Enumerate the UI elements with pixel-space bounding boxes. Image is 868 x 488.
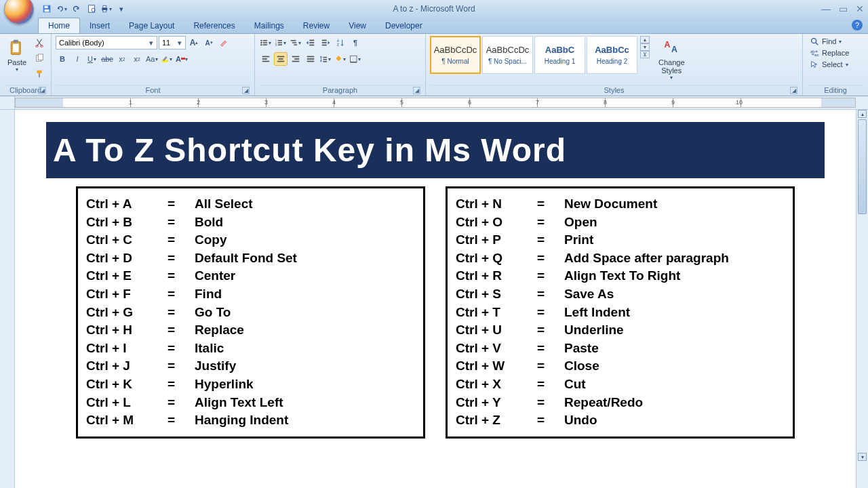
svg-rect-3 <box>89 5 95 13</box>
font-size-combo[interactable]: 11▾ <box>159 36 186 49</box>
gallery-up-icon[interactable]: ▴ <box>640 36 650 43</box>
bullets-icon[interactable]: ▾ <box>259 36 273 49</box>
redo-icon[interactable] <box>71 3 83 15</box>
svg-rect-7 <box>103 10 106 12</box>
underline-icon[interactable]: U▾ <box>85 52 99 66</box>
change-styles-button[interactable]: AA Change Styles ▾ <box>655 36 688 83</box>
tab-view[interactable]: View <box>339 18 376 33</box>
styles-gallery: AaBbCcDc¶ NormalAaBbCcDc¶ No Spaci...AaB… <box>430 36 637 74</box>
styles-launcher[interactable]: ◢ <box>790 87 797 94</box>
minimize-button[interactable]: — <box>821 3 831 14</box>
save-icon[interactable] <box>41 3 53 15</box>
multilevel-list-icon[interactable]: ▾ <box>289 36 302 49</box>
line-spacing-icon[interactable]: ▾ <box>319 52 332 66</box>
font-launcher[interactable]: ◢ <box>242 87 250 94</box>
tab-review[interactable]: Review <box>294 18 339 33</box>
shortcut-row: Ctrl + E=Center <box>86 267 415 285</box>
svg-rect-27 <box>278 42 282 43</box>
shortcut-columns: Ctrl + A=All SelectCtrl + B=BoldCtrl + C… <box>76 186 795 439</box>
format-painter-icon[interactable] <box>33 67 46 81</box>
maximize-button[interactable]: ▭ <box>839 3 848 14</box>
style-heading-2[interactable]: AaBbCcHeading 2 <box>587 36 637 74</box>
shortcut-row: Ctrl + P=Print <box>456 231 785 249</box>
svg-rect-41 <box>262 56 270 58</box>
show-hide-icon[interactable]: ¶ <box>349 36 362 49</box>
replace-button[interactable]: abacReplace <box>807 47 852 58</box>
quick-print-icon[interactable]: ▾ <box>100 3 113 15</box>
shortcut-row: Ctrl + J=Justify <box>86 357 415 375</box>
svg-rect-10 <box>13 44 19 52</box>
bold-icon[interactable]: B <box>56 52 69 66</box>
svg-point-20 <box>260 42 262 43</box>
shortcut-row: Ctrl + I=Italic <box>86 340 415 358</box>
subscript-icon[interactable]: x2 <box>115 52 129 66</box>
highlight-icon[interactable]: ▾ <box>160 52 174 66</box>
tab-insert[interactable]: Insert <box>80 18 119 33</box>
clipboard-launcher[interactable]: ◢ <box>39 87 46 94</box>
copy-icon[interactable] <box>33 52 46 65</box>
scroll-thumb[interactable] <box>858 119 867 214</box>
shrink-font-icon[interactable]: A▾ <box>202 36 216 49</box>
tab-page-layout[interactable]: Page Layout <box>119 18 184 33</box>
find-button[interactable]: Find ▾ <box>807 36 852 47</box>
editing-label: Editing <box>824 86 847 94</box>
strikethrough-icon[interactable]: abc <box>100 52 114 66</box>
align-center-icon[interactable] <box>274 52 288 66</box>
justify-icon[interactable] <box>304 52 317 66</box>
style-heading-1[interactable]: AaBbCHeading 1 <box>534 36 585 74</box>
shortcut-row: Ctrl + N=New Document <box>456 195 785 214</box>
svg-rect-6 <box>103 5 106 7</box>
tab-home[interactable]: Home <box>38 18 80 33</box>
shortcut-row: Ctrl + T=Left Indent <box>456 304 785 322</box>
align-left-icon[interactable] <box>259 52 273 66</box>
vertical-scrollbar[interactable]: ▴ ▾ <box>856 110 868 488</box>
gallery-down-icon[interactable]: ▾ <box>640 43 650 51</box>
shortcut-row: Ctrl + D=Default Fond Set <box>86 249 415 268</box>
sort-icon[interactable]: AZ <box>334 36 347 49</box>
scroll-up-icon[interactable]: ▴ <box>858 110 867 118</box>
numbering-icon[interactable]: 123▾ <box>274 36 288 49</box>
svg-point-60 <box>812 39 816 43</box>
title-bar: ▾ ▾ ▾ A to z - Microsoft Word — ▭ ✕ <box>0 0 868 18</box>
vertical-ruler[interactable] <box>0 110 15 488</box>
svg-rect-1 <box>45 6 48 9</box>
document-page[interactable]: A To Z Shortcut Key in Ms Word Ctrl + A=… <box>15 110 856 488</box>
styles-label: Styles <box>604 86 625 94</box>
shortcut-row: Ctrl + Q=Add Space after paragraph <box>456 249 785 268</box>
svg-rect-47 <box>292 56 300 58</box>
italic-icon[interactable]: I <box>71 52 84 66</box>
decrease-indent-icon[interactable] <box>304 36 317 49</box>
grow-font-icon[interactable]: A▴ <box>187 36 201 49</box>
style--normal[interactable]: AaBbCcDc¶ Normal <box>430 36 481 74</box>
increase-indent-icon[interactable] <box>319 36 332 49</box>
select-button[interactable]: Select ▾ <box>807 59 852 70</box>
undo-icon[interactable]: ▾ <box>56 3 68 15</box>
paragraph-launcher[interactable]: ◢ <box>413 87 420 94</box>
cut-icon[interactable] <box>33 36 46 49</box>
qat-customize-icon[interactable]: ▾ <box>115 3 127 15</box>
clear-formatting-icon[interactable] <box>217 36 231 49</box>
shortcut-row: Ctrl + Z=Undo <box>456 411 785 430</box>
svg-rect-25 <box>278 40 282 41</box>
font-name-combo[interactable]: Calibri (Body)▾ <box>56 36 157 49</box>
tab-references[interactable]: References <box>184 18 244 33</box>
tab-mailings[interactable]: Mailings <box>245 18 294 33</box>
close-button[interactable]: ✕ <box>856 3 864 14</box>
superscript-icon[interactable]: x2 <box>130 52 144 66</box>
change-case-icon[interactable]: Aa▾ <box>145 52 159 66</box>
scroll-down-icon[interactable]: ▾ <box>858 453 867 461</box>
shading-icon[interactable]: ▾ <box>334 52 347 66</box>
align-right-icon[interactable] <box>289 52 302 66</box>
paste-button[interactable]: Paste ▾ <box>4 36 30 75</box>
borders-icon[interactable]: ▾ <box>349 52 362 66</box>
svg-point-18 <box>260 40 262 41</box>
shortcut-row: Ctrl + A=All Select <box>86 195 415 214</box>
gallery-more-icon[interactable]: ⊻ <box>640 51 650 58</box>
font-color-icon[interactable]: A▾ <box>175 52 189 66</box>
font-label: Font <box>145 86 160 94</box>
svg-rect-37 <box>322 42 327 43</box>
help-icon[interactable]: ? <box>852 20 863 30</box>
tab-developer[interactable]: Developer <box>376 18 432 33</box>
print-preview-icon[interactable] <box>85 3 98 15</box>
style--no-spaci-[interactable]: AaBbCcDc¶ No Spaci... <box>482 36 533 74</box>
